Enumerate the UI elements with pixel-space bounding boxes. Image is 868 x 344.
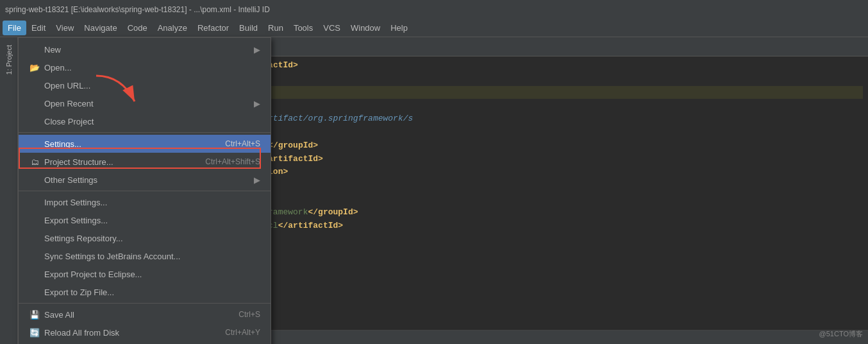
reload-all-label: Reload All from Disk: [44, 328, 119, 338]
menu-navigate[interactable]: Navigate: [79, 21, 122, 35]
separator-3: [19, 303, 271, 304]
save-all-shortcut: Ctrl+S: [238, 310, 260, 319]
menu-build[interactable]: Build: [234, 21, 263, 35]
export-zip-label: Export to Zip File...: [44, 288, 114, 297]
title-text: spring-web-t18321 [E:\idealworks\spring-…: [5, 5, 270, 14]
menu-item-sync-settings[interactable]: Sync Settings to JetBrains Account...: [19, 247, 271, 265]
project-structure-icon: 🗂: [29, 157, 40, 167]
menu-refactor[interactable]: Refactor: [192, 21, 234, 35]
close-project-label: Close Project: [44, 117, 94, 126]
menu-tools[interactable]: Tools: [288, 21, 318, 35]
menu-item-export-settings[interactable]: Export Settings...: [19, 211, 271, 229]
menu-file[interactable]: File: [3, 21, 26, 35]
menu-window[interactable]: Window: [346, 21, 385, 35]
menu-run[interactable]: Run: [263, 21, 288, 35]
menu-help[interactable]: Help: [385, 21, 413, 35]
watermark: @51CTO博客: [819, 329, 863, 339]
settings-repo-label: Settings Repository...: [44, 234, 123, 243]
import-settings-label: Import Settings...: [44, 198, 107, 207]
menu-code[interactable]: Code: [122, 21, 153, 35]
project-structure-label: Project Structure...: [44, 157, 113, 167]
menu-item-open-recent[interactable]: Open Recent ▶: [19, 94, 271, 112]
main-area: 1: Project New ▶ 📂 Open... Open URL... O…: [0, 37, 868, 344]
menu-item-invalidate-caches[interactable]: Invalidate Caches / Restart...: [19, 341, 271, 344]
menu-edit[interactable]: Edit: [26, 21, 51, 35]
menu-view[interactable]: View: [51, 21, 79, 35]
menu-vcs[interactable]: VCS: [318, 21, 346, 35]
menu-item-open-url[interactable]: Open URL...: [19, 76, 271, 94]
reload-all-shortcut: Ctrl+Alt+Y: [225, 328, 260, 337]
menu-item-project-structure[interactable]: 🗂 Project Structure... Ctrl+Alt+Shift+S: [19, 153, 271, 171]
open-label: Open...: [44, 63, 72, 73]
save-all-label: Save All: [44, 310, 74, 320]
reload-all-icon: 🔄: [29, 328, 40, 338]
settings-label: Settings...: [44, 139, 81, 149]
menu-item-settings-repo[interactable]: Settings Repository...: [19, 229, 271, 247]
open-recent-label: Open Recent: [44, 99, 94, 108]
settings-shortcut: Ctrl+Alt+S: [225, 139, 260, 148]
menu-item-export-zip[interactable]: Export to Zip File...: [19, 283, 271, 301]
menu-item-settings[interactable]: Settings... Ctrl+Alt+S: [19, 135, 271, 153]
menu-analyze[interactable]: Analyze: [153, 21, 192, 35]
menu-item-new[interactable]: New ▶: [19, 40, 271, 58]
separator-2: [19, 191, 271, 191]
menu-item-close-project[interactable]: Close Project: [19, 112, 271, 130]
open-url-label: Open URL...: [44, 81, 90, 90]
menu-item-open[interactable]: 📂 Open...: [19, 58, 271, 76]
other-settings-label: Other Settings: [44, 175, 97, 185]
menu-item-other-settings[interactable]: Other Settings ▶: [19, 171, 271, 189]
new-label: New: [44, 45, 61, 55]
folder-icon: 📂: [29, 63, 40, 73]
project-structure-shortcut: Ctrl+Alt+Shift+S: [205, 157, 260, 166]
watermark-text: @51CTO博客: [819, 330, 863, 338]
menu-item-save-all[interactable]: 💾 Save All Ctrl+S: [19, 305, 271, 323]
file-dropdown-menu: New ▶ 📂 Open... Open URL... Open Recent …: [18, 37, 271, 344]
title-bar: spring-web-t18321 [E:\idealworks\spring-…: [0, 0, 868, 19]
sidebar: 1: Project: [0, 37, 18, 344]
sidebar-project-tab[interactable]: 1: Project: [3, 40, 15, 80]
separator-1: [19, 132, 271, 133]
save-all-icon: 💾: [29, 310, 40, 320]
new-arrow-icon: ▶: [254, 45, 260, 55]
other-settings-arrow-icon: ▶: [254, 175, 260, 185]
menu-bar: File Edit View Navigate Code Analyze Ref…: [0, 19, 868, 37]
menu-item-import-settings[interactable]: Import Settings...: [19, 193, 271, 211]
export-eclipse-label: Export Project to Eclipse...: [44, 270, 142, 279]
menu-item-reload-all[interactable]: 🔄 Reload All from Disk Ctrl+Alt+Y: [19, 323, 271, 341]
export-settings-label: Export Settings...: [44, 216, 108, 225]
open-recent-arrow-icon: ▶: [254, 99, 260, 108]
menu-item-export-eclipse[interactable]: Export Project to Eclipse...: [19, 265, 271, 283]
sync-settings-label: Sync Settings to JetBrains Account...: [44, 252, 180, 261]
